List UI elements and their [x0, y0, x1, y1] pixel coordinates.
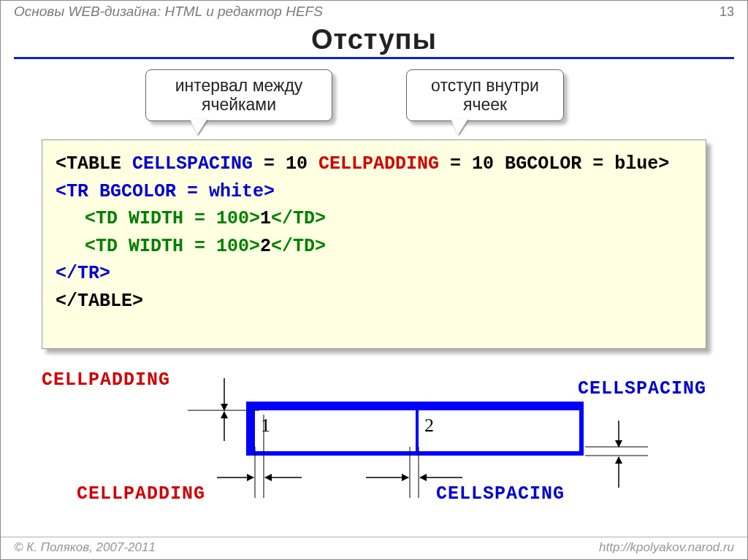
diagram: CELLPADDING CELLSPACING CELLPADDING CELL…: [42, 368, 706, 507]
footer: © К. Поляков, 2007-2011 http://kpolyakov…: [1, 537, 747, 559]
page-number: 13: [720, 4, 734, 20]
slide: Основы WEB-дизайна: HTML и редактор HEFS…: [0, 0, 748, 560]
diagram-arrows: [42, 368, 706, 507]
slide-title: Отступы: [1, 24, 747, 55]
footer-copyright: © К. Поляков, 2007-2011: [14, 540, 156, 555]
callout-cellpadding: отступ внутри ячеек: [406, 69, 564, 121]
code-line-6: </TABLE>: [56, 288, 692, 315]
code-line-2: <TR BGCOLOR = white>: [56, 178, 692, 206]
header-subject: Основы WEB-дизайна: HTML и редактор HEFS: [14, 4, 323, 20]
header: Основы WEB-дизайна: HTML и редактор HEFS…: [1, 1, 747, 20]
footer-url: http://kpolyakov.narod.ru: [599, 540, 734, 555]
callout-row: интервал между ячейками отступ внутри яч…: [1, 59, 747, 139]
code-line-4: <TD WIDTH = 100>2</TD>: [56, 233, 692, 261]
code-example: <TABLE CELLSPACING = 10 CELLPADDING = 10…: [42, 139, 706, 349]
code-line-3: <TD WIDTH = 100>1</TD>: [56, 205, 692, 233]
callout-cellspacing: интервал между ячейками: [145, 69, 332, 121]
callout-cellspacing-text: интервал между ячейками: [175, 76, 303, 114]
callout-cellpadding-text: отступ внутри ячеек: [431, 76, 539, 114]
code-line-5: </TR>: [56, 260, 692, 288]
code-line-1: <TABLE CELLSPACING = 10 CELLPADDING = 10…: [56, 150, 692, 178]
